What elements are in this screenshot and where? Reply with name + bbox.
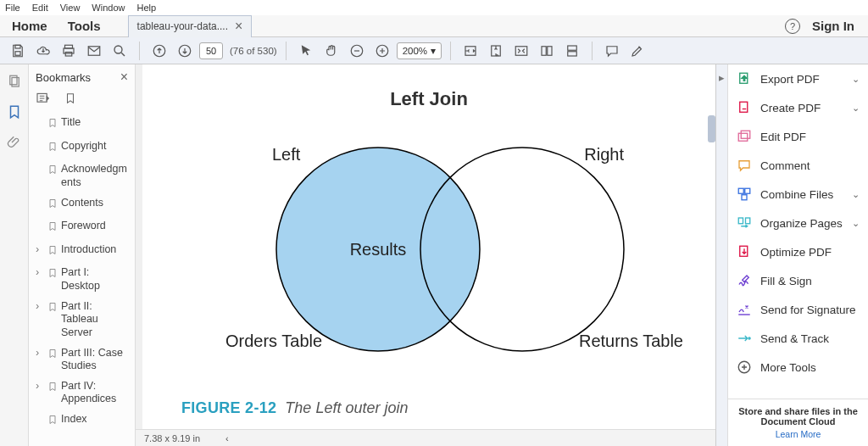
attachment-icon[interactable] — [6, 134, 23, 151]
page-number-input[interactable]: 50 — [199, 42, 223, 59]
sign-in-link[interactable]: Sign In — [812, 19, 868, 33]
bookmark-item[interactable]: Contents — [29, 193, 135, 217]
close-icon[interactable]: × — [235, 19, 242, 34]
bookmark-item[interactable]: ›Part IV: Appendices — [29, 376, 135, 410]
tools-item-send-for-signature[interactable]: Send for Signature — [728, 295, 868, 324]
pointer-icon[interactable] — [295, 40, 317, 62]
bookmark-label: Title — [61, 116, 81, 130]
tools-item-edit-pdf[interactable]: Edit PDF — [728, 122, 868, 151]
tools-item-label: Organize Pages — [760, 217, 843, 230]
svg-rect-28 — [745, 188, 750, 193]
organize-icon — [737, 215, 752, 231]
svg-rect-25 — [738, 133, 748, 141]
zoom-select[interactable]: 200%▾ — [397, 42, 442, 59]
bookmark-item[interactable]: Title — [29, 113, 135, 137]
save-icon[interactable] — [7, 40, 29, 62]
fit-page-icon[interactable] — [485, 40, 507, 62]
tools-item-label: Fill & Sign — [760, 275, 860, 287]
page-down-icon[interactable] — [174, 40, 196, 62]
tools-item-comment[interactable]: Comment — [728, 151, 868, 180]
comment-icon — [737, 158, 752, 173]
hand-icon[interactable] — [320, 40, 342, 62]
print-icon[interactable] — [58, 40, 80, 62]
figure-title: Left Join — [166, 88, 692, 110]
svg-point-33 — [748, 337, 750, 339]
tools-item-fill-sign[interactable]: Fill & Sign — [728, 266, 868, 295]
tools-item-export-pdf[interactable]: Export PDF⌄ — [728, 64, 868, 93]
help-icon[interactable]: ? — [785, 19, 800, 34]
tools-item-create-pdf[interactable]: Create PDF⌄ — [728, 93, 868, 122]
bookmark-item[interactable]: Acknowledgments — [29, 159, 135, 192]
view-mode-icon[interactable] — [536, 40, 558, 62]
tools-item-more-tools[interactable]: More Tools — [728, 353, 868, 382]
toolbar: 50 (76 of 530) 200%▾ — [0, 37, 868, 64]
fit-width-icon[interactable] — [459, 40, 481, 62]
bookmarks-list[interactable]: TitleCopyrightAcknowledgmentsContentsFor… — [29, 113, 135, 433]
bookmark-icon — [47, 220, 58, 237]
menu-view[interactable]: View — [60, 3, 81, 13]
bookmark-item[interactable]: Foreword — [29, 216, 135, 240]
bookmark-icon — [47, 117, 58, 133]
svg-rect-27 — [738, 188, 743, 193]
search-icon[interactable] — [108, 40, 131, 62]
menu-file[interactable]: File — [5, 3, 20, 13]
bookmark-item[interactable]: Copyright — [29, 137, 135, 160]
edit-icon — [737, 129, 752, 144]
new-bookmark-icon[interactable] — [64, 92, 76, 108]
tab-home[interactable]: Home — [12, 19, 47, 33]
zoom-in-icon[interactable] — [371, 40, 393, 62]
bookmark-item[interactable]: ›Part III: Case Studies — [29, 343, 135, 376]
bookmark-item[interactable]: ›Part I: Desktop — [29, 263, 135, 296]
menu-window[interactable]: Window — [92, 3, 125, 13]
chevron-right-icon: › — [36, 347, 44, 360]
right-rail-collapse[interactable]: ▸ — [715, 64, 727, 446]
bookmark-icon[interactable] — [6, 103, 23, 120]
pdf-page[interactable]: Left Join Left Right Results Orders Tabl… — [142, 64, 715, 429]
close-icon[interactable]: × — [120, 70, 128, 85]
zoom-out-icon[interactable] — [346, 40, 368, 62]
menu-edit[interactable]: Edit — [32, 3, 48, 13]
tools-item-label: Comment — [760, 159, 860, 172]
thumbnails-icon[interactable] — [6, 73, 23, 90]
fullscreen-icon[interactable] — [510, 40, 532, 62]
svg-rect-17 — [568, 51, 577, 55]
track-icon — [737, 331, 752, 346]
os-menubar[interactable]: File Edit View Window Help — [0, 0, 868, 15]
bookmark-item[interactable]: Index — [29, 410, 135, 433]
page-up-icon[interactable] — [148, 40, 170, 62]
more-icon — [737, 360, 752, 375]
document-tab[interactable]: tableau-your-data.... × — [128, 15, 253, 37]
learn-more-link[interactable]: Learn More — [733, 429, 863, 439]
figure-venn: Left Join Left Right Results Orders Tabl… — [166, 88, 692, 402]
scrollbar-thumb[interactable] — [708, 115, 715, 142]
bookmarks-options-icon[interactable] — [36, 92, 51, 107]
tools-item-send-track[interactable]: Send & Track — [728, 324, 868, 353]
optimize-icon — [737, 244, 752, 259]
bookmark-item[interactable]: ›Introduction — [29, 240, 135, 264]
results-label: Results — [350, 240, 407, 259]
menu-help[interactable]: Help — [136, 3, 156, 13]
chevron-down-icon: ⌄ — [852, 103, 860, 114]
tab-strip: Home Tools tableau-your-data.... × ? Sig… — [0, 15, 868, 37]
highlight-icon[interactable] — [626, 40, 648, 62]
tools-item-organize-pages[interactable]: Organize Pages⌄ — [728, 209, 868, 237]
chevron-down-icon: ▾ — [431, 45, 436, 57]
tools-item-label: Send for Signature — [760, 304, 860, 316]
tools-item-optimize-pdf[interactable]: Optimize PDF — [728, 237, 868, 266]
sendSig-icon — [737, 302, 752, 317]
svg-point-6 — [114, 46, 122, 53]
cloud-icon[interactable] — [32, 40, 54, 62]
tools-item-label: Create PDF — [760, 102, 843, 114]
scroll-mode-icon[interactable] — [561, 40, 583, 62]
bookmark-icon — [47, 267, 58, 283]
tab-tools[interactable]: Tools — [68, 19, 101, 33]
bookmark-item[interactable]: ›Part II: Tableau Server — [29, 297, 135, 343]
export-icon — [737, 71, 752, 86]
tools-item-combine-files[interactable]: Combine Files⌄ — [728, 180, 868, 209]
bookmark-label: Index — [61, 413, 87, 426]
tools-item-label: Combine Files — [760, 188, 843, 201]
chevron-left-icon[interactable]: ‹ — [225, 433, 229, 443]
comment-icon[interactable] — [601, 40, 623, 62]
chevron-right-icon: › — [36, 300, 44, 314]
email-icon[interactable] — [83, 40, 105, 62]
